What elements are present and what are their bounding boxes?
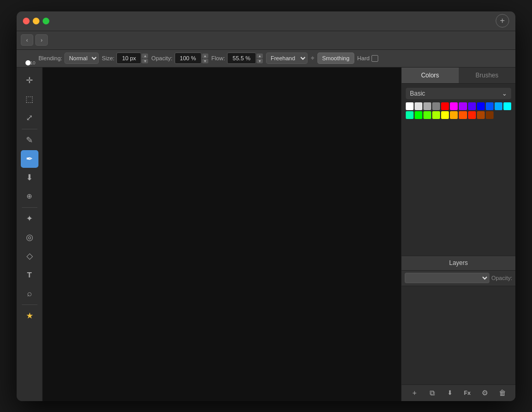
layers-list[interactable]: [402, 286, 515, 384]
layer-add-button[interactable]: +: [408, 387, 421, 399]
flow-label: Flow:: [211, 55, 225, 61]
opacity-down[interactable]: ▼: [202, 59, 208, 63]
tool-divider-1: [22, 129, 37, 129]
tool-pen[interactable]: ✦: [21, 210, 38, 228]
opacity-up[interactable]: ▲: [202, 54, 208, 58]
color-swatch-8[interactable]: [477, 102, 485, 110]
tool-paint[interactable]: ✎: [21, 131, 38, 149]
layers-actions: + ⧉ ⬇ Fx ⚙ 🗑: [402, 384, 515, 401]
opacity-item: Opacity: ▲ ▼: [151, 52, 208, 64]
color-swatch-3[interactable]: [432, 102, 440, 110]
color-swatch-16[interactable]: [441, 111, 449, 119]
color-swatch-11[interactable]: [503, 102, 511, 110]
tool-selection[interactable]: ⬚: [21, 90, 38, 108]
color-grid: [406, 102, 511, 119]
back-button[interactable]: ‹: [21, 34, 33, 46]
flow-input-group: ▲ ▼: [227, 52, 263, 64]
color-swatch-9[interactable]: [486, 102, 494, 110]
tool-fill[interactable]: ⬇: [21, 169, 38, 187]
blending-select[interactable]: Normal: [64, 52, 99, 64]
color-swatch-10[interactable]: [495, 102, 502, 110]
color-swatch-1[interactable]: [415, 102, 422, 110]
color-swatch-20[interactable]: [477, 111, 485, 119]
opacity-label: Opacity:: [151, 55, 172, 61]
layers-header: Layers: [402, 256, 515, 271]
pressure-icon: ⌖: [311, 54, 314, 62]
color-swatch-19[interactable]: [468, 111, 476, 119]
category-header: Basic ⌄: [406, 88, 511, 99]
opacity-input-group: ▲ ▼: [175, 52, 208, 64]
smoothing-button[interactable]: Smoothing: [317, 52, 354, 64]
tab-brushes[interactable]: Brushes: [459, 68, 516, 83]
tool-bucket[interactable]: ◇: [21, 247, 38, 265]
nav-bar: ‹ ›: [17, 31, 515, 50]
color-swatch-17[interactable]: [450, 111, 458, 119]
flow-up[interactable]: ▲: [257, 54, 263, 58]
color-swatch-18[interactable]: [459, 111, 467, 119]
color-swatch-7[interactable]: [468, 102, 476, 110]
flow-spinner: ▲ ▼: [257, 54, 263, 63]
tool-brush[interactable]: ✒: [21, 150, 38, 168]
canvas[interactable]: [43, 68, 401, 401]
layers-title: Layers: [449, 259, 468, 267]
tool-move[interactable]: ✛: [21, 72, 38, 89]
colors-section: Basic ⌄: [402, 84, 515, 256]
toolbar: 10 Blending: Normal Size: ▲ ▼ Opacity:: [17, 50, 515, 68]
opacity-input[interactable]: [175, 52, 202, 64]
tool-shape[interactable]: ◎: [21, 229, 38, 246]
hard-label: Hard: [357, 55, 370, 61]
forward-button[interactable]: ›: [35, 34, 48, 46]
canvas-area[interactable]: [43, 68, 401, 401]
color-swatch-13[interactable]: [415, 111, 422, 119]
size-item: Size: ▲ ▼: [102, 52, 148, 64]
hard-item: Hard: [357, 55, 379, 62]
left-sidebar: ✛ ⬚ ⤢ ✎ ✒ ⬇ ⊕ ✦ ◎ ◇ T ⌕ ★: [17, 68, 43, 401]
color-category-basic: Basic ⌄: [406, 88, 511, 119]
flow-item: Flow: ▲ ▼: [211, 52, 263, 64]
minimize-button[interactable]: [33, 18, 39, 24]
size-down[interactable]: ▼: [142, 59, 148, 63]
color-swatch-6[interactable]: [459, 102, 467, 110]
color-swatch-0[interactable]: [406, 102, 414, 110]
color-swatch-5[interactable]: [450, 102, 458, 110]
close-button[interactable]: [23, 18, 30, 24]
layers-section: Layers Opacity: + ⧉ ⬇ Fx ⚙ 🗑: [402, 256, 515, 401]
freehand-item: Freehand: [266, 52, 308, 64]
layer-blend-select[interactable]: [405, 273, 489, 283]
hard-checkbox[interactable]: [371, 55, 378, 62]
layer-settings-button[interactable]: ⚙: [478, 387, 491, 399]
brush-size-label: 10: [30, 60, 35, 65]
add-button[interactable]: +: [496, 14, 509, 28]
category-expand-icon[interactable]: ⌄: [502, 90, 507, 97]
tool-favorites[interactable]: ★: [21, 307, 38, 325]
tool-transform[interactable]: ⤢: [21, 109, 38, 127]
layer-group-button[interactable]: ⧉: [426, 387, 438, 399]
tab-colors[interactable]: Colors: [402, 68, 459, 83]
blending-label: Blending:: [38, 55, 62, 61]
size-label: Size:: [102, 55, 114, 61]
app-window: + ‹ › 10 Blending: Normal Size: ▲ ▼: [17, 11, 515, 401]
tool-clone[interactable]: ⊕: [21, 188, 38, 205]
layer-export-button[interactable]: ⬇: [444, 387, 456, 399]
layer-delete-button[interactable]: 🗑: [496, 387, 509, 399]
tool-zoom[interactable]: ⌕: [21, 285, 38, 302]
color-swatch-21[interactable]: [486, 111, 494, 119]
color-swatch-2[interactable]: [423, 102, 431, 110]
size-up[interactable]: ▲: [142, 54, 148, 58]
size-input[interactable]: [116, 52, 141, 64]
title-bar-right: +: [496, 14, 509, 28]
color-swatch-14[interactable]: [423, 111, 431, 119]
category-label: Basic: [410, 90, 425, 97]
tool-divider-3: [22, 304, 37, 305]
freehand-select[interactable]: Freehand: [266, 52, 308, 64]
color-swatch-4[interactable]: [441, 102, 449, 110]
tool-text[interactable]: T: [21, 266, 38, 284]
layer-fx-button[interactable]: Fx: [461, 387, 473, 399]
flow-down[interactable]: ▼: [257, 59, 263, 63]
opacity-spinner: ▲ ▼: [202, 54, 208, 63]
flow-input[interactable]: [227, 52, 256, 64]
color-swatch-12[interactable]: [406, 111, 414, 119]
main-area: ✛ ⬚ ⤢ ✎ ✒ ⬇ ⊕ ✦ ◎ ◇ T ⌕ ★ Colors Brush: [17, 68, 515, 401]
maximize-button[interactable]: [43, 18, 49, 24]
color-swatch-15[interactable]: [432, 111, 440, 119]
